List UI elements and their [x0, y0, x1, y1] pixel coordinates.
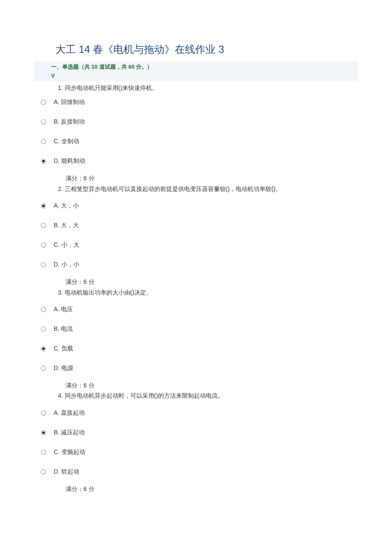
radio-container [34, 450, 51, 455]
option-a[interactable]: A. 回馈制动 [34, 92, 358, 112]
radio-container [34, 430, 51, 435]
radio-container [34, 203, 51, 208]
radio-icon[interactable] [41, 450, 46, 455]
option-a[interactable]: A. 电压 [34, 300, 358, 319]
option-label: C. 小，大 [51, 241, 79, 249]
score-text: 满分：6 分 [34, 381, 358, 390]
radio-container [34, 327, 51, 332]
option-label: B. 反接制动 [51, 118, 85, 126]
radio-icon[interactable] [41, 262, 46, 267]
option-label: A. 直接起动 [51, 409, 85, 417]
radio-icon[interactable] [41, 410, 46, 416]
question-text: 2. 三相笼型异步电动机可以直接起动的前提是供电变压器容量较()，电动机功率较(… [34, 184, 358, 194]
question-body: 三相笼型异步电动机可以直接起动的前提是供电变压器容量较()，电动机功率较()。 [65, 185, 282, 192]
option-label: B. 电流 [51, 325, 73, 333]
option-c[interactable]: C. 全制动 [34, 132, 358, 151]
question-4: A. 直接起动 B. 减压起动 C. 变频起动 D. 软起动 满分：6 分 [34, 403, 358, 494]
question-3: A. 电压 B. 电流 C. 负载 D. 电源 满分：6 分 [34, 300, 358, 390]
question-number: 4. [58, 392, 63, 399]
radio-container [34, 346, 51, 351]
question-number: 1. [58, 84, 63, 91]
option-label: D. 电源 [51, 364, 73, 372]
option-label: C. 全制动 [51, 138, 79, 145]
radio-container [34, 243, 51, 248]
radio-container [34, 469, 51, 474]
question-body: 同步电动机只能采用()来快速停机。 [65, 84, 158, 91]
option-label: B. 大，大 [51, 222, 79, 229]
section-header: 一、单选题（共 10 道试题，共 60 分。） [34, 61, 358, 72]
question-number: 3. [58, 289, 63, 296]
radio-container [34, 262, 51, 267]
question-text: 4. 同步电动机异步起动时，可以采用()的方法来限制起动电流。 [34, 391, 358, 400]
option-label: C. 变频起动 [51, 448, 85, 456]
radio-icon[interactable] [41, 139, 46, 144]
option-c[interactable]: C. 小，大 [34, 235, 358, 255]
radio-container [34, 223, 51, 228]
question-1: 1. 同步电动机只能采用()来快速停机。 A. 回馈制动 B. 反接制动 C. … [34, 83, 358, 183]
radio-icon[interactable] [41, 346, 46, 351]
option-c[interactable]: C. 变频起动 [34, 442, 358, 462]
radio-container [34, 307, 51, 312]
page-title: 大工 14 春《电机与拖动》在线作业 3 [34, 43, 358, 56]
radio-container [34, 139, 51, 144]
option-label: D. 软起动 [51, 468, 79, 476]
option-label: B. 减压起动 [51, 429, 85, 436]
question-text: 3. 电动机输出功率的大小由()决定。 [34, 288, 358, 297]
radio-icon[interactable] [41, 243, 46, 248]
radio-container [34, 410, 51, 416]
option-label: A. 大，小 [51, 202, 79, 210]
option-label: D. 能耗制动 [51, 157, 85, 165]
option-b[interactable]: B. 电流 [34, 319, 358, 339]
section-sub: V [34, 72, 358, 81]
option-a[interactable]: A. 大，小 [34, 196, 358, 216]
question-2: A. 大，小 B. 大，大 C. 小，大 D. 小，小 满分：6 分 [34, 196, 358, 286]
radio-icon[interactable] [41, 366, 46, 371]
radio-container [34, 119, 51, 124]
radio-icon[interactable] [41, 119, 46, 124]
radio-icon[interactable] [41, 469, 46, 474]
radio-container [34, 159, 51, 164]
question-body: 电动机输出功率的大小由()决定。 [65, 289, 152, 296]
option-label: C. 负载 [51, 345, 73, 353]
radio-icon[interactable] [41, 203, 46, 208]
radio-icon[interactable] [41, 307, 46, 312]
option-label: A. 电压 [51, 306, 73, 313]
score-text: 满分：6 分 [34, 484, 358, 494]
option-b[interactable]: B. 减压起动 [34, 423, 358, 442]
option-d[interactable]: D. 软起动 [34, 462, 358, 482]
option-c[interactable]: C. 负载 [34, 339, 358, 358]
radio-icon[interactable] [41, 223, 46, 228]
question-number: 2. [58, 185, 63, 192]
question-text: 1. 同步电动机只能采用()来快速停机。 [34, 83, 358, 92]
option-b[interactable]: B. 大，大 [34, 216, 358, 235]
radio-icon[interactable] [41, 100, 46, 105]
option-d[interactable]: D. 电源 [34, 358, 358, 378]
radio-container [34, 366, 51, 371]
radio-icon[interactable] [41, 430, 46, 435]
question-body: 同步电动机异步起动时，可以采用()的方法来限制起动电流。 [65, 392, 224, 399]
option-label: A. 回馈制动 [51, 98, 85, 106]
score-text: 满分：6 分 [34, 173, 358, 183]
option-a[interactable]: A. 直接起动 [34, 403, 358, 423]
radio-icon[interactable] [41, 327, 46, 332]
option-d[interactable]: D. 小，小 [34, 255, 358, 275]
option-label: D. 小，小 [51, 261, 79, 269]
score-text: 满分：6 分 [34, 277, 358, 286]
option-b[interactable]: B. 反接制动 [34, 112, 358, 132]
radio-icon[interactable] [41, 159, 46, 164]
radio-container [34, 100, 51, 105]
option-d[interactable]: D. 能耗制动 [34, 151, 358, 171]
section-title: 一、单选题（共 10 道试题，共 60 分。） [51, 63, 358, 71]
